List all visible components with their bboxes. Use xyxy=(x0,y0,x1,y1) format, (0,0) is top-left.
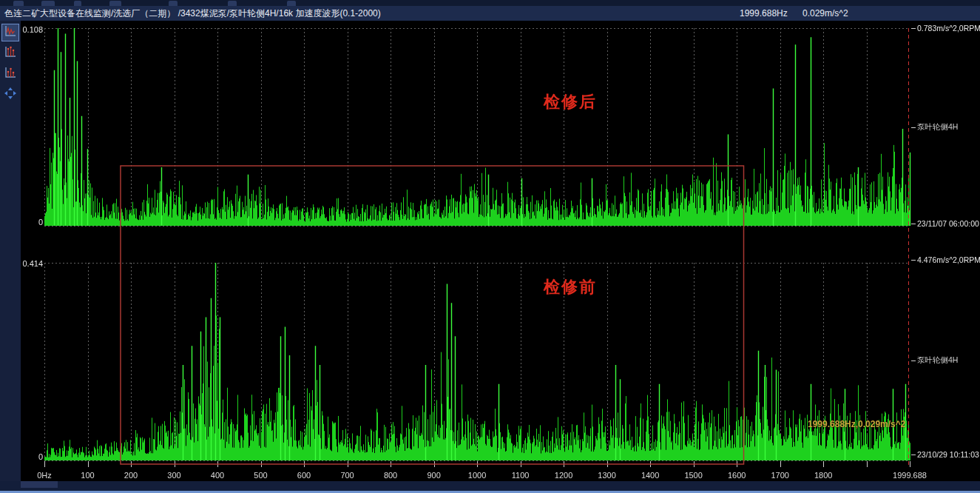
x-axis-tick-label: 200 xyxy=(124,471,138,480)
spectrum-compare-icon xyxy=(4,66,17,82)
upper-scale-label: 0.783m/s^2,0RPM xyxy=(911,24,980,33)
chart-area: 0.108 0 0.414 0 0.783m/s^2,0RPM 泵叶轮侧4H 2… xyxy=(21,21,980,481)
title-bar: 色连二矿大型设备在线监测/洗选厂（二期） /3432煤泥泵/泵叶轮侧4H/16k… xyxy=(0,6,980,21)
lower-y-min-label: 0 xyxy=(21,452,43,461)
lower-y-max-label: 0.414 xyxy=(21,259,43,268)
axis-tick-mark xyxy=(911,127,916,128)
bottom-status-strip xyxy=(0,481,980,493)
upper-channel-label: 泵叶轮侧4H xyxy=(911,122,958,133)
upper-y-max-label: 0.108 xyxy=(21,25,43,34)
x-axis-tick-label: 500 xyxy=(254,471,267,480)
x-axis-tick-label: 600 xyxy=(297,471,311,480)
spectrum-compare-tool-button[interactable] xyxy=(1,65,19,83)
window-tab-notch[interactable] xyxy=(13,1,24,6)
app-window: 色连二矿大型设备在线监测/洗选厂（二期） /3432煤泥泵/泵叶轮侧4H/16k… xyxy=(0,0,980,493)
window-tab-notch[interactable] xyxy=(74,1,81,6)
x-axis-tick-label: 1800 xyxy=(814,471,832,480)
measurement-path-title: 色连二矿大型设备在线监测/洗选厂（二期） /3432煤泥泵/泵叶轮侧4H/16k… xyxy=(4,6,381,21)
lower-timestamp-label: 23/10/29 10:11:03 xyxy=(911,450,979,459)
window-tab-notch[interactable] xyxy=(109,1,121,6)
x-axis-tick-label: 700 xyxy=(340,471,354,480)
cursor-value-label: 1999.688Hz,0.029m/s^2 xyxy=(808,419,905,429)
x-axis-tick-label: 1200 xyxy=(555,471,572,480)
x-axis-tick-label: 1300 xyxy=(598,471,615,480)
x-axis-tick-label: 1000 xyxy=(468,471,486,480)
axis-tick-mark xyxy=(911,260,916,261)
top-tab-strip xyxy=(0,0,980,6)
left-toolbar xyxy=(0,21,21,481)
spectrum-tool-button[interactable] xyxy=(1,44,19,62)
x-axis-tick-label: 0Hz xyxy=(37,471,52,480)
pan-arrows-icon xyxy=(4,87,17,103)
before-repair-annotation: 检修前 xyxy=(544,276,597,298)
axis-tick-mark xyxy=(911,224,916,224)
amplitude-readout: 0.029m/s^2 xyxy=(802,6,848,21)
x-axis-tick-label: 1999.688 xyxy=(893,471,927,480)
waveform-tool-button[interactable] xyxy=(1,24,19,41)
x-axis-tick-label: 1100 xyxy=(512,471,530,480)
lower-scale-label: 4.476m/s^2,0RPM xyxy=(911,255,980,264)
x-axis-tick-label: 1500 xyxy=(684,471,702,480)
lower-channel-label: 泵叶轮侧4H xyxy=(911,355,958,366)
x-axis-tick-label: 1400 xyxy=(641,471,659,480)
x-axis-tick-label: 400 xyxy=(211,471,224,480)
upper-timestamp-label: 23/11/07 06:00:00 xyxy=(911,219,979,228)
window-tab-notch[interactable] xyxy=(41,1,55,6)
x-axis-tick-label: 100 xyxy=(81,471,94,480)
pan-tool-button[interactable] xyxy=(1,86,19,104)
x-axis-tick-label: 300 xyxy=(167,471,180,480)
spectrum-icon xyxy=(4,45,17,61)
x-axis-tick-label: 1700 xyxy=(771,471,788,480)
x-axis-tick-label: 900 xyxy=(427,471,440,480)
window-tab-notch[interactable] xyxy=(228,1,237,6)
window-tab-notch[interactable] xyxy=(287,1,296,6)
status-corner-block xyxy=(21,481,58,488)
axis-tick-mark xyxy=(911,360,916,361)
waveform-icon xyxy=(4,24,17,41)
spectrum-plot-canvas[interactable] xyxy=(21,21,980,481)
x-axis-tick-label: 1600 xyxy=(728,471,746,480)
axis-tick-mark xyxy=(911,455,916,455)
upper-y-min-label: 0 xyxy=(21,218,43,227)
window-tab-notch[interactable] xyxy=(169,1,178,6)
after-repair-annotation: 检修后 xyxy=(544,91,597,113)
axis-tick-mark xyxy=(911,28,916,29)
x-axis-tick-label: 800 xyxy=(384,471,397,480)
frequency-readout: 1999.688Hz xyxy=(740,6,788,21)
